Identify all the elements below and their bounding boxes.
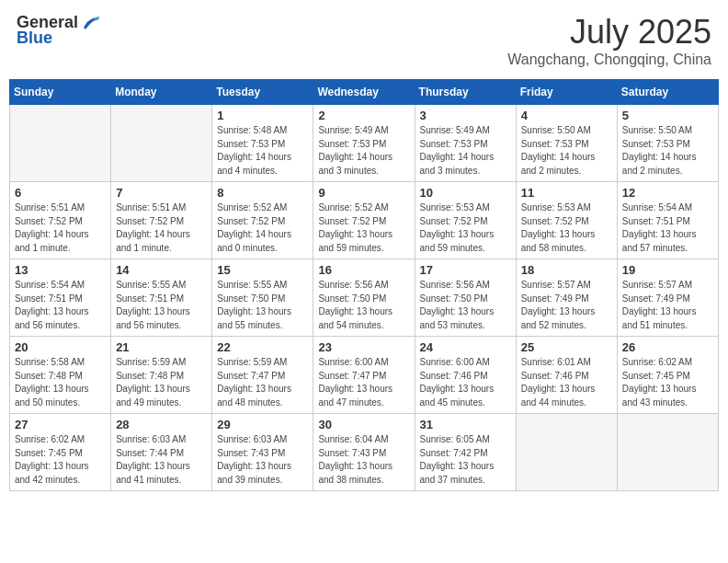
day-number: 16 — [318, 263, 409, 277]
day-info: Sunrise: 5:55 AM Sunset: 7:51 PM Dayligh… — [116, 279, 207, 332]
calendar-cell: 21Sunrise: 5:59 AM Sunset: 7:48 PM Dayli… — [111, 337, 212, 414]
calendar-cell: 27Sunrise: 6:02 AM Sunset: 7:45 PM Dayli… — [10, 414, 111, 491]
calendar-week-row: 1Sunrise: 5:48 AM Sunset: 7:53 PM Daylig… — [10, 105, 719, 182]
header-thursday: Thursday — [415, 80, 516, 105]
header-friday: Friday — [516, 80, 617, 105]
calendar-cell: 19Sunrise: 5:57 AM Sunset: 7:49 PM Dayli… — [617, 259, 718, 337]
day-info: Sunrise: 5:48 AM Sunset: 7:53 PM Dayligh… — [217, 124, 308, 178]
day-info: Sunrise: 5:58 AM Sunset: 7:48 PM Dayligh… — [15, 356, 106, 409]
calendar-cell: 14Sunrise: 5:55 AM Sunset: 7:51 PM Dayli… — [111, 259, 212, 337]
day-number: 23 — [318, 340, 409, 354]
calendar-cell: 10Sunrise: 5:53 AM Sunset: 7:52 PM Dayli… — [415, 182, 516, 259]
calendar-cell: 6Sunrise: 5:51 AM Sunset: 7:52 PM Daylig… — [10, 182, 111, 259]
calendar-header-row: SundayMondayTuesdayWednesdayThursdayFrid… — [10, 80, 719, 105]
calendar-cell: 29Sunrise: 6:03 AM Sunset: 7:43 PM Dayli… — [212, 414, 313, 491]
day-info: Sunrise: 5:52 AM Sunset: 7:52 PM Dayligh… — [217, 201, 308, 255]
day-number: 25 — [521, 340, 612, 354]
header-saturday: Saturday — [617, 80, 718, 105]
day-number: 13 — [15, 263, 106, 277]
calendar-cell: 5Sunrise: 5:50 AM Sunset: 7:53 PM Daylig… — [617, 105, 718, 182]
calendar-cell: 23Sunrise: 6:00 AM Sunset: 7:47 PM Dayli… — [313, 337, 415, 414]
day-number: 4 — [521, 109, 612, 122]
day-number: 27 — [15, 418, 106, 431]
calendar-cell — [10, 105, 111, 182]
page-header: General Blue July 2025 Wangchang, Chongq… — [9, 9, 719, 72]
title-section: July 2025 Wangchang, Chongqing, China — [507, 13, 711, 68]
day-info: Sunrise: 6:02 AM Sunset: 7:45 PM Dayligh… — [622, 356, 713, 409]
day-number: 15 — [217, 263, 308, 277]
calendar-cell: 8Sunrise: 5:52 AM Sunset: 7:52 PM Daylig… — [212, 182, 313, 259]
day-number: 21 — [116, 340, 207, 354]
calendar-cell: 28Sunrise: 6:03 AM Sunset: 7:44 PM Dayli… — [111, 414, 212, 491]
day-info: Sunrise: 5:59 AM Sunset: 7:48 PM Dayligh… — [116, 356, 207, 409]
calendar-cell: 18Sunrise: 5:57 AM Sunset: 7:49 PM Dayli… — [516, 259, 617, 337]
day-info: Sunrise: 5:51 AM Sunset: 7:52 PM Dayligh… — [15, 201, 106, 255]
calendar-cell: 20Sunrise: 5:58 AM Sunset: 7:48 PM Dayli… — [10, 337, 111, 414]
day-number: 1 — [217, 109, 308, 122]
logo-blue: Blue — [17, 29, 52, 48]
day-info: Sunrise: 5:51 AM Sunset: 7:52 PM Dayligh… — [116, 201, 207, 255]
day-info: Sunrise: 5:57 AM Sunset: 7:49 PM Dayligh… — [622, 279, 713, 332]
calendar-cell: 1Sunrise: 5:48 AM Sunset: 7:53 PM Daylig… — [212, 105, 313, 182]
day-info: Sunrise: 5:56 AM Sunset: 7:50 PM Dayligh… — [318, 279, 409, 332]
calendar-cell: 12Sunrise: 5:54 AM Sunset: 7:51 PM Dayli… — [617, 182, 718, 259]
day-number: 29 — [217, 418, 308, 431]
day-number: 10 — [420, 186, 511, 200]
day-number: 28 — [116, 418, 207, 431]
calendar-cell: 2Sunrise: 5:49 AM Sunset: 7:53 PM Daylig… — [313, 105, 415, 182]
day-info: Sunrise: 6:02 AM Sunset: 7:45 PM Dayligh… — [15, 433, 106, 487]
day-info: Sunrise: 5:57 AM Sunset: 7:49 PM Dayligh… — [521, 279, 612, 332]
day-number: 24 — [420, 340, 511, 354]
day-number: 8 — [217, 186, 308, 200]
calendar-cell: 16Sunrise: 5:56 AM Sunset: 7:50 PM Dayli… — [313, 259, 415, 337]
calendar-cell — [617, 414, 718, 491]
day-number: 26 — [622, 340, 713, 354]
day-info: Sunrise: 5:49 AM Sunset: 7:53 PM Dayligh… — [318, 124, 409, 178]
day-number: 6 — [15, 186, 106, 200]
calendar-cell: 15Sunrise: 5:55 AM Sunset: 7:50 PM Dayli… — [212, 259, 313, 337]
header-wednesday: Wednesday — [313, 80, 415, 105]
calendar-cell: 26Sunrise: 6:02 AM Sunset: 7:45 PM Dayli… — [617, 337, 718, 414]
calendar-week-row: 6Sunrise: 5:51 AM Sunset: 7:52 PM Daylig… — [10, 182, 719, 259]
calendar-cell — [111, 105, 212, 182]
day-number: 20 — [15, 340, 106, 354]
day-number: 2 — [318, 109, 409, 122]
day-number: 7 — [116, 186, 207, 200]
day-info: Sunrise: 6:05 AM Sunset: 7:42 PM Dayligh… — [420, 433, 511, 487]
calendar-week-row: 20Sunrise: 5:58 AM Sunset: 7:48 PM Dayli… — [10, 337, 719, 414]
header-monday: Monday — [111, 80, 212, 105]
month-title: July 2025 — [507, 13, 711, 52]
logo: General Blue — [17, 13, 100, 48]
header-sunday: Sunday — [10, 80, 111, 105]
day-number: 19 — [622, 263, 713, 277]
day-number: 18 — [521, 263, 612, 277]
day-info: Sunrise: 5:54 AM Sunset: 7:51 PM Dayligh… — [15, 279, 106, 332]
day-info: Sunrise: 5:56 AM Sunset: 7:50 PM Dayligh… — [420, 279, 511, 332]
day-info: Sunrise: 5:49 AM Sunset: 7:53 PM Dayligh… — [420, 124, 511, 178]
day-info: Sunrise: 5:55 AM Sunset: 7:50 PM Dayligh… — [217, 279, 308, 332]
calendar-cell: 22Sunrise: 5:59 AM Sunset: 7:47 PM Dayli… — [212, 337, 313, 414]
calendar-cell: 3Sunrise: 5:49 AM Sunset: 7:53 PM Daylig… — [415, 105, 516, 182]
day-number: 31 — [420, 418, 511, 431]
day-info: Sunrise: 6:04 AM Sunset: 7:43 PM Dayligh… — [318, 433, 409, 487]
calendar-cell: 24Sunrise: 6:00 AM Sunset: 7:46 PM Dayli… — [415, 337, 516, 414]
day-info: Sunrise: 5:52 AM Sunset: 7:52 PM Dayligh… — [318, 201, 409, 255]
day-info: Sunrise: 6:00 AM Sunset: 7:46 PM Dayligh… — [420, 356, 511, 409]
day-number: 14 — [116, 263, 207, 277]
day-info: Sunrise: 6:03 AM Sunset: 7:43 PM Dayligh… — [217, 433, 308, 487]
day-number: 22 — [217, 340, 308, 354]
calendar-table: SundayMondayTuesdayWednesdayThursdayFrid… — [9, 79, 719, 491]
day-info: Sunrise: 5:53 AM Sunset: 7:52 PM Dayligh… — [521, 201, 612, 255]
calendar-week-row: 27Sunrise: 6:02 AM Sunset: 7:45 PM Dayli… — [10, 414, 719, 491]
day-number: 9 — [318, 186, 409, 200]
day-number: 30 — [318, 418, 409, 431]
calendar-cell: 4Sunrise: 5:50 AM Sunset: 7:53 PM Daylig… — [516, 105, 617, 182]
calendar-cell: 17Sunrise: 5:56 AM Sunset: 7:50 PM Dayli… — [415, 259, 516, 337]
day-info: Sunrise: 5:59 AM Sunset: 7:47 PM Dayligh… — [217, 356, 308, 409]
calendar-cell: 9Sunrise: 5:52 AM Sunset: 7:52 PM Daylig… — [313, 182, 415, 259]
day-info: Sunrise: 6:00 AM Sunset: 7:47 PM Dayligh… — [318, 356, 409, 409]
day-info: Sunrise: 6:03 AM Sunset: 7:44 PM Dayligh… — [116, 433, 207, 487]
day-number: 17 — [420, 263, 511, 277]
calendar-week-row: 13Sunrise: 5:54 AM Sunset: 7:51 PM Dayli… — [10, 259, 719, 337]
calendar-cell: 25Sunrise: 6:01 AM Sunset: 7:46 PM Dayli… — [516, 337, 617, 414]
